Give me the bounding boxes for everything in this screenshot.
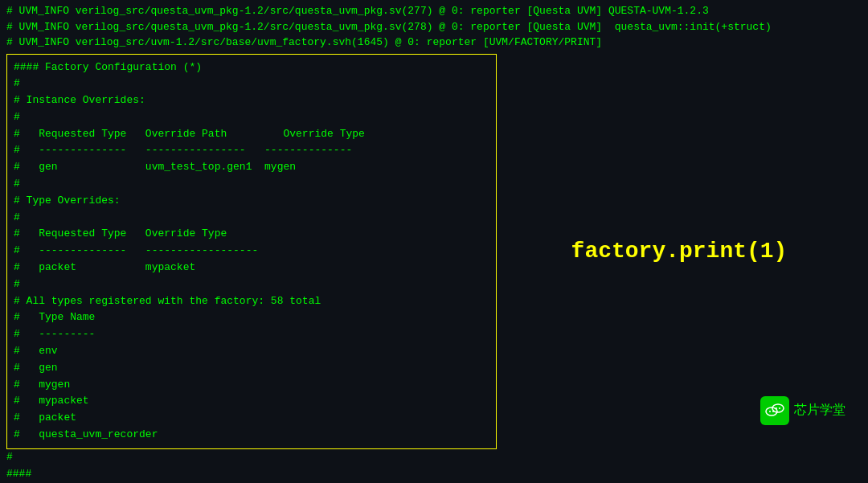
wechat-icon xyxy=(760,396,789,425)
panel-line-16: # --------- xyxy=(14,326,489,343)
panel-line-22: # questa_uvm_recorder xyxy=(14,427,489,444)
bottom-line-1: # xyxy=(6,449,862,466)
top-line-1: # UVM_INFO verilog_src/questa_uvm_pkg-1.… xyxy=(6,3,862,19)
bottom-line-2: #### xyxy=(6,466,862,483)
panel-line-3: # xyxy=(14,109,489,126)
factory-print-label: factory.print(1) xyxy=(571,239,788,264)
bottom-lines: # #### xyxy=(6,449,862,483)
top-line-2: # UVM_INFO verilog_src/questa_uvm_pkg-1.… xyxy=(6,19,862,35)
watermark: 芯片学堂 xyxy=(760,396,845,425)
panel-line-15: # Type Name xyxy=(14,309,489,326)
terminal: # UVM_INFO verilog_src/questa_uvm_pkg-1.… xyxy=(0,0,868,483)
panel-line-10: # Requested Type Override Type xyxy=(14,226,489,243)
svg-point-2 xyxy=(769,411,771,412)
panel-line-20: # mypacket xyxy=(14,393,489,410)
panel-line-0: #### Factory Configuration (*) xyxy=(14,59,489,76)
panel-line-4: # Requested Type Override Path Override … xyxy=(14,126,489,143)
watermark-text: 芯片学堂 xyxy=(794,402,845,419)
top-lines: # UVM_INFO verilog_src/questa_uvm_pkg-1.… xyxy=(6,3,862,51)
panel-line-6: # gen uvm_test_top.gen1 mygen xyxy=(14,159,489,176)
svg-point-4 xyxy=(776,407,777,409)
panel-line-13: # xyxy=(14,276,489,293)
panel-line-1: # xyxy=(14,76,489,92)
panel-line-17: # env xyxy=(14,343,489,360)
right-panel: factory.print(1) 芯片学堂 xyxy=(497,54,862,449)
panel-line-21: # packet xyxy=(14,410,489,427)
left-panel: #### Factory Configuration (*) # # Insta… xyxy=(6,54,497,449)
panel-line-19: # mygen xyxy=(14,377,489,394)
panel-line-2: # Instance Overrides: xyxy=(14,92,489,109)
top-line-3: # UVM_INFO verilog_src/uvm-1.2/src/base/… xyxy=(6,35,862,51)
svg-point-5 xyxy=(779,407,780,409)
panel-line-7: # xyxy=(14,176,489,193)
panel-line-8: # Type Overrides: xyxy=(14,193,489,210)
main-content: #### Factory Configuration (*) # # Insta… xyxy=(6,54,862,449)
svg-point-3 xyxy=(772,411,774,412)
panel-line-11: # -------------- ------------------ xyxy=(14,243,489,260)
panel-line-18: # gen xyxy=(14,360,489,377)
panel-line-12: # packet mypacket xyxy=(14,260,489,276)
panel-line-9: # xyxy=(14,210,489,227)
panel-line-5: # -------------- ---------------- ------… xyxy=(14,142,489,159)
panel-line-14: # All types registered with the factory:… xyxy=(14,293,489,310)
